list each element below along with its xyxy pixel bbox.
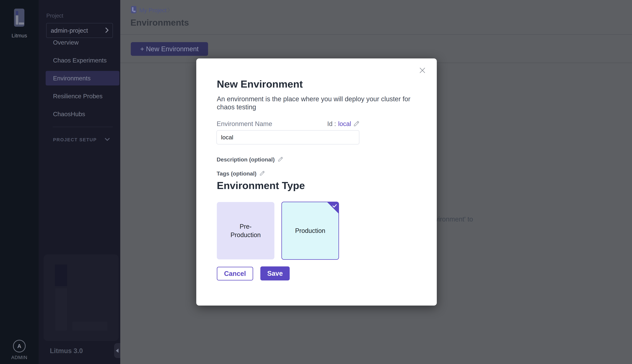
logo-bar-horizontal: [19, 22, 24, 24]
check-icon: [332, 203, 338, 210]
description-label: Description (optional): [217, 156, 275, 163]
watermark-block: [72, 322, 108, 331]
project-setup-label: PROJECT SETUP: [53, 137, 97, 142]
modal-description: An environment is the place where you wi…: [217, 95, 424, 111]
edit-pencil-icon[interactable]: [353, 120, 360, 128]
page-title: Environments: [130, 18, 189, 28]
button-label: Save: [267, 270, 283, 277]
environment-id-group: Id : local: [327, 120, 360, 128]
sidebar-item-environments[interactable]: Environments: [38, 71, 120, 86]
app-screen: Litmus A ADMIN Project admin-project Ove…: [0, 0, 632, 364]
sidebar: Project admin-project Overview Chaos Exp…: [38, 0, 120, 364]
avatar[interactable]: A: [13, 340, 26, 352]
button-label: Cancel: [224, 270, 246, 278]
sidebar-collapse-button[interactable]: [114, 343, 120, 358]
breadcrumb[interactable]: My Project: [139, 7, 166, 14]
background-clipped-text: vironment' to: [435, 216, 473, 223]
sidebar-item-label: Chaos Experiments: [53, 57, 106, 64]
watermark-block: [55, 264, 67, 286]
sidebar-divider: [53, 127, 113, 127]
new-environment-modal: New Environment An environment is the pl…: [196, 58, 437, 306]
user-role-label: ADMIN: [0, 355, 38, 360]
type-card-label: Production: [294, 226, 326, 235]
type-card-production[interactable]: Production: [282, 202, 339, 260]
logo-accent-block: [16, 11, 18, 15]
sidebar-item-label: Environments: [53, 75, 90, 82]
avatar-initial: A: [17, 343, 21, 350]
save-button[interactable]: Save: [260, 266, 290, 280]
breadcrumb-project-icon: [131, 6, 136, 13]
description-toggle[interactable]: Description (optional): [217, 156, 284, 163]
litmus-watermark: [44, 254, 119, 341]
collapse-arrow-icon: [116, 348, 118, 353]
tags-toggle[interactable]: Tags (optional): [217, 170, 265, 177]
environment-name-label: Environment Name: [217, 120, 272, 128]
chevron-right-icon: [167, 7, 170, 13]
edit-pencil-icon: [278, 156, 284, 163]
sidebar-item-chaos-experiments[interactable]: Chaos Experiments: [38, 53, 120, 68]
header-divider: [120, 34, 632, 35]
logo-bar-vertical: [16, 16, 18, 24]
sidebar-item-resilience-probes[interactable]: Resilience Probes: [38, 89, 120, 103]
name-label-row: Environment Name Id : local: [217, 120, 360, 128]
close-button[interactable]: [417, 66, 428, 76]
close-icon: [419, 67, 426, 74]
sidebar-item-label: Overview: [53, 39, 79, 46]
cancel-button[interactable]: Cancel: [217, 267, 253, 280]
chevron-right-icon: [105, 27, 109, 34]
litmus-logo-icon[interactable]: [14, 8, 24, 27]
project-name: admin-project: [51, 27, 88, 34]
type-card-label: Pre-Production: [230, 222, 262, 239]
icon-rail: Litmus A ADMIN: [0, 0, 38, 364]
brand-label: Litmus: [0, 33, 38, 38]
project-label: Project: [46, 13, 63, 19]
modal-title: New Environment: [217, 78, 303, 90]
button-label: + New Environment: [140, 45, 199, 53]
sidebar-item-label: ChaosHubs: [53, 110, 85, 118]
id-value: local: [338, 120, 351, 128]
id-prefix-label: Id :: [327, 120, 336, 128]
sidebar-item-overview[interactable]: Overview: [38, 35, 120, 50]
sidebar-item-chaoshubs[interactable]: ChaosHubs: [38, 107, 120, 121]
edit-pencil-icon: [259, 170, 265, 177]
environment-name-input[interactable]: [216, 130, 359, 144]
version-label: Litmus 3.0: [50, 347, 83, 355]
environment-type-heading: Environment Type: [217, 180, 305, 191]
new-environment-button[interactable]: + New Environment: [131, 42, 208, 56]
watermark-block: [55, 288, 67, 331]
type-card-pre-production[interactable]: Pre-Production: [217, 202, 274, 260]
icon-bar: [133, 11, 136, 12]
sidebar-item-label: Resilience Probes: [53, 93, 102, 100]
chevron-down-icon: [105, 138, 110, 142]
project-setup-toggle[interactable]: PROJECT SETUP: [53, 137, 110, 142]
tags-label: Tags (optional): [217, 170, 256, 177]
